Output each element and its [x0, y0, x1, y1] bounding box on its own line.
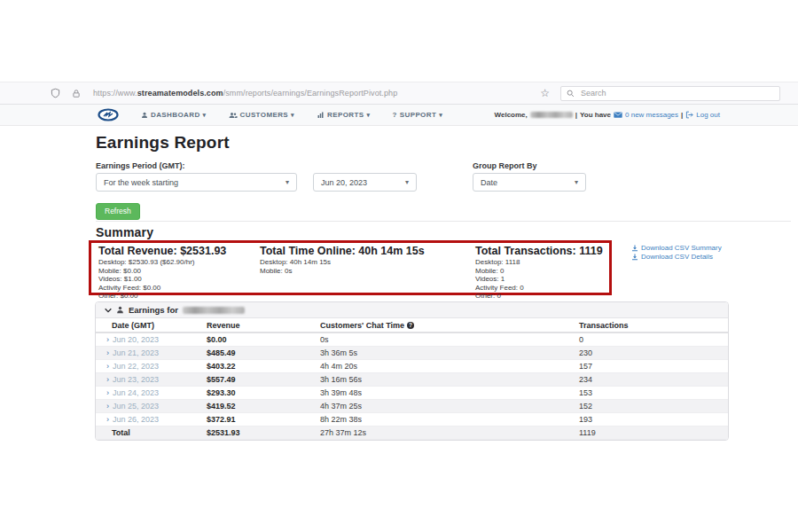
period-type-select[interactable]: For the week starting ▾ — [96, 173, 297, 192]
browser-search-box[interactable] — [560, 86, 780, 101]
revenue-mobile-line: Mobile: $0.00 — [98, 267, 226, 276]
logout-link[interactable]: Log out — [696, 111, 720, 119]
date-expand-link[interactable]: ›Jun 20, 2023 — [96, 332, 207, 346]
person-icon — [116, 306, 124, 314]
download-csv-details-label: Download CSV Details — [641, 253, 713, 262]
shield-icon[interactable] — [51, 88, 60, 98]
separator: | — [681, 111, 683, 119]
download-icon — [631, 245, 638, 252]
col-transactions: Transactions — [579, 318, 728, 332]
chevron-down-icon[interactable] — [105, 308, 112, 313]
lock-icon[interactable] — [72, 89, 81, 98]
summary-transactions-block: Total Transactions: 1119 Desktop: 1118 M… — [475, 245, 603, 301]
table-header-row: Date (GMT) Revenue Customers' Chat Time?… — [96, 318, 728, 332]
transactions-activity-feed-line: Activity Feed: 0 — [475, 284, 603, 293]
total-revenue-cell: $2531.93 — [207, 426, 320, 439]
logout-icon — [685, 111, 693, 119]
date-expand-link[interactable]: ›Jun 21, 2023 — [96, 346, 207, 359]
transactions-cell: 230 — [579, 346, 728, 359]
date-expand-link[interactable]: ›Jun 26, 2023 — [96, 412, 207, 426]
people-icon — [229, 112, 238, 119]
earnings-table: Date (GMT) Revenue Customers' Chat Time?… — [96, 318, 728, 440]
revenue-cell: $485.49 — [207, 346, 320, 359]
nav-support-label: SUPPORT — [400, 111, 436, 119]
revenue-other-line: Other: $0.00 — [98, 292, 226, 301]
revenue-desktop-line: Desktop: $2530.93 ($62.90/hr) — [98, 258, 226, 267]
nav-support[interactable]: ? SUPPORT ▾ — [392, 111, 442, 119]
welcome-label: Welcome, — [495, 111, 528, 119]
period-date-select[interactable]: Jun 20, 2023 ▾ — [313, 173, 417, 192]
table-row: ›Jun 22, 2023 $403.22 4h 4m 20s 157 — [96, 359, 728, 372]
date-expand-link[interactable]: ›Jun 22, 2023 — [96, 359, 207, 372]
date-expand-link[interactable]: ›Jun 23, 2023 — [96, 372, 207, 386]
col-revenue: Revenue — [207, 318, 320, 332]
revenue-cell: $557.49 — [207, 372, 320, 386]
chevron-down-icon: ▾ — [286, 178, 289, 186]
chevron-right-icon[interactable]: › — [106, 335, 109, 344]
chevron-right-icon[interactable]: › — [106, 402, 109, 411]
download-csv-details-link[interactable]: Download CSV Details — [631, 253, 722, 262]
time-mobile-line: Mobile: 0s — [260, 267, 425, 276]
total-revenue-title: Total Revenue: $2531.93 — [98, 245, 226, 257]
chat-time-cell: 3h 16m 56s — [320, 372, 579, 386]
transactions-desktop-line: Desktop: 1118 — [475, 258, 603, 267]
user-status-bar: Welcome, | You have 0 new messages | Log… — [495, 111, 720, 119]
chevron-right-icon[interactable]: › — [106, 348, 109, 357]
table-total-row: Total $2531.93 27h 37m 12s 1119 — [96, 426, 728, 439]
table-row: ›Jun 26, 2023 $372.91 8h 22m 38s 193 — [96, 412, 728, 426]
chat-time-cell: 4h 37m 25s — [320, 399, 579, 412]
nav-reports[interactable]: REPORTS ▾ — [317, 111, 370, 119]
earnings-card-header[interactable]: Earnings for — [96, 302, 728, 318]
date-expand-link[interactable]: ›Jun 24, 2023 — [96, 386, 207, 399]
download-csv-summary-link[interactable]: Download CSV Summary — [631, 244, 722, 253]
csv-download-links: Download CSV Summary Download CSV Detail… — [631, 244, 722, 262]
group-by-select[interactable]: Date ▾ — [473, 173, 586, 192]
bar-chart-icon — [317, 112, 325, 119]
chat-time-cell: 4h 4m 20s — [320, 359, 579, 372]
question-icon: ? — [392, 111, 396, 119]
total-transactions-cell: 1119 — [579, 426, 728, 439]
bookmark-star-icon[interactable]: ☆ — [540, 88, 550, 98]
col-chat-time: Customers' Chat Time? — [320, 318, 579, 332]
chevron-right-icon[interactable]: › — [106, 388, 109, 397]
nav-customers[interactable]: CUSTOMERS ▾ — [229, 111, 295, 119]
new-messages-link[interactable]: 0 new messages — [625, 111, 678, 119]
table-row: ›Jun 25, 2023 $419.52 4h 37m 25s 152 — [96, 399, 728, 412]
chevron-down-icon: ▾ — [575, 178, 578, 186]
search-input[interactable] — [579, 88, 756, 98]
chevron-right-icon[interactable]: › — [106, 362, 109, 371]
summary-heading: Summary — [96, 225, 153, 239]
refresh-button[interactable]: Refresh — [96, 203, 140, 220]
chevron-down-icon: ▾ — [203, 112, 207, 118]
earnings-period-label: Earnings Period (GMT): — [96, 161, 185, 170]
envelope-icon — [614, 112, 622, 118]
person-icon — [141, 112, 148, 119]
transactions-cell: 157 — [579, 359, 728, 372]
chat-time-cell: 8h 22m 38s — [320, 412, 579, 426]
browser-toolbar: https://www.streamatemodels.com/smm/repo… — [0, 82, 798, 105]
chevron-right-icon[interactable]: › — [106, 415, 109, 424]
transactions-videos-line: Videos: 1 — [475, 275, 603, 284]
total-chat-time-cell: 27h 37m 12s — [320, 426, 579, 439]
transactions-other-line: Other: 0 — [475, 292, 603, 301]
chevron-down-icon: ▾ — [367, 112, 371, 118]
search-icon — [567, 90, 575, 98]
revenue-cell: $419.52 — [207, 399, 320, 412]
nav-customers-label: CUSTOMERS — [240, 111, 289, 119]
nav-dashboard[interactable]: DASHBOARD ▾ — [141, 111, 207, 119]
page-title: Earnings Report — [96, 133, 230, 153]
revenue-cell: $403.22 — [207, 359, 320, 372]
chat-time-cell: 3h 39m 48s — [320, 386, 579, 399]
chat-time-cell: 0s — [320, 332, 579, 346]
address-bar-url[interactable]: https://www.streamatemodels.com/smm/repo… — [93, 89, 397, 98]
date-expand-link[interactable]: ›Jun 25, 2023 — [96, 399, 207, 412]
nav-dashboard-label: DASHBOARD — [151, 111, 200, 119]
total-transactions-title: Total Transactions: 1119 — [475, 245, 603, 257]
streamate-logo-icon[interactable] — [98, 108, 119, 121]
summary-revenue-block: Total Revenue: $2531.93 Desktop: $2530.9… — [98, 245, 226, 301]
chevron-right-icon[interactable]: › — [106, 375, 109, 384]
revenue-videos-line: Videos: $1.00 — [98, 275, 226, 284]
transactions-cell: 153 — [579, 386, 728, 399]
question-circle-icon[interactable]: ? — [407, 322, 414, 329]
transactions-cell: 0 — [579, 332, 728, 346]
